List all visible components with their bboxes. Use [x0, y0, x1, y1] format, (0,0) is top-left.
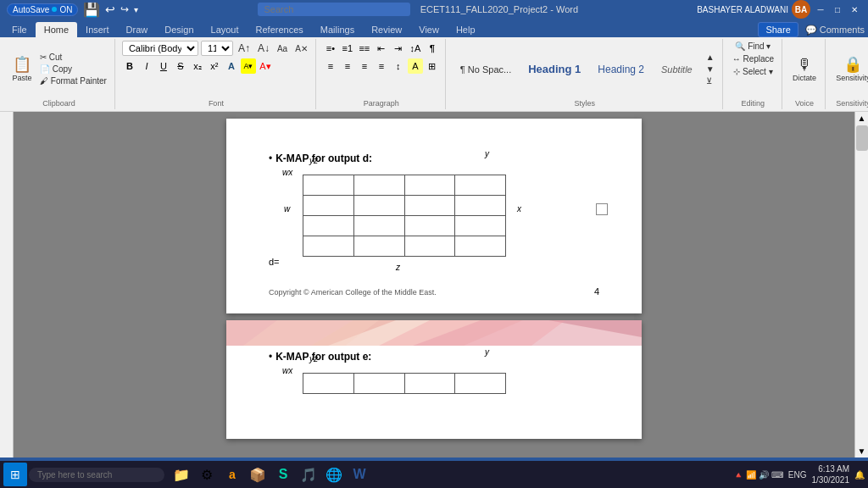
styles-scroll-down[interactable]: ▼: [704, 64, 717, 75]
autosave-state: ON: [59, 5, 72, 14]
underline-button[interactable]: U: [156, 58, 171, 74]
tab-home[interactable]: Home: [36, 22, 77, 37]
multilevel-list-button[interactable]: ≡≡: [357, 41, 372, 56]
sensitivity-button[interactable]: 🔒 Sensitivity: [832, 54, 868, 85]
decrease-indent-button[interactable]: ⇤: [374, 41, 389, 56]
close-button[interactable]: ✕: [848, 3, 861, 16]
clear-format-button[interactable]: A✕: [292, 43, 310, 54]
styles-scroll-up[interactable]: ▲: [704, 52, 717, 63]
maximize-button[interactable]: □: [831, 3, 844, 16]
taskbar-app-music[interactable]: 🎵: [297, 463, 320, 486]
dictate-button[interactable]: 🎙 Dictate: [789, 54, 820, 85]
kmap-cell: [404, 374, 455, 394]
kmap-cell: [455, 236, 506, 257]
sensitivity-icon: 🔒: [843, 56, 862, 75]
subscript-button[interactable]: x₂: [190, 58, 205, 74]
taskbar-app-s[interactable]: S: [271, 463, 295, 486]
user-avatar[interactable]: BA: [792, 0, 810, 19]
strikethrough-button[interactable]: S: [173, 58, 188, 74]
borders-button[interactable]: ⊞: [425, 58, 440, 74]
tab-insert[interactable]: Insert: [77, 22, 118, 37]
font-size-select[interactable]: 11: [201, 41, 233, 56]
voice-group: 🎙 Dictate Voice: [784, 39, 826, 109]
tab-layout[interactable]: Layout: [203, 22, 248, 37]
align-right-button[interactable]: ≡: [357, 58, 372, 74]
search-input[interactable]: [258, 3, 410, 16]
save-icon[interactable]: 💾: [83, 2, 100, 18]
kmap-cell: [303, 216, 354, 236]
superscript-button[interactable]: x²: [207, 58, 222, 74]
style-normal[interactable]: ¶ No Spac...: [453, 62, 519, 77]
taskbar-search[interactable]: [29, 468, 164, 482]
taskbar-app-browser[interactable]: 🌐: [322, 463, 346, 486]
comments-button[interactable]: 💬 Comments: [805, 25, 865, 36]
label-x: x: [517, 204, 521, 214]
style-heading2[interactable]: Heading 2: [590, 61, 652, 78]
italic-button[interactable]: I: [139, 58, 154, 74]
font-name-select[interactable]: Calibri (Body): [122, 41, 198, 56]
scroll-thumb[interactable]: [856, 125, 868, 151]
label-e-wx: wx: [282, 366, 292, 375]
font-color-button[interactable]: A▾: [258, 58, 273, 74]
minimize-button[interactable]: ─: [814, 3, 827, 16]
find-button[interactable]: 🔍 Find ▾: [732, 41, 773, 52]
table-row: [303, 196, 506, 216]
ribbon-right: Share 💬 Comments: [758, 22, 865, 37]
tab-help[interactable]: Help: [448, 22, 484, 37]
kmap-cell: [303, 196, 354, 216]
tab-review[interactable]: Review: [363, 22, 410, 37]
taskbar-app-amazon[interactable]: a: [220, 463, 244, 486]
start-button[interactable]: ⊞: [3, 463, 27, 486]
numbering-button[interactable]: ≡1: [340, 41, 355, 56]
change-case-button[interactable]: Aa: [275, 43, 290, 54]
autosave-badge[interactable]: AutoSave ON: [7, 3, 78, 16]
tab-file[interactable]: File: [3, 22, 36, 37]
line-spacing-button[interactable]: ↕: [391, 58, 406, 74]
taskbar-app-explorer[interactable]: 📁: [170, 463, 193, 486]
taskbar-app-word[interactable]: W: [348, 463, 371, 486]
kmap-d-container: yz wx y x w z: [303, 175, 599, 259]
select-button[interactable]: ⊹ Select ▾: [731, 66, 775, 77]
scroll-up-arrow[interactable]: ▲: [855, 112, 868, 125]
tab-references[interactable]: References: [248, 22, 312, 37]
bullets-button[interactable]: ≡•: [323, 41, 338, 56]
decrease-font-button[interactable]: A↓: [255, 42, 272, 55]
increase-font-button[interactable]: A↑: [236, 42, 253, 55]
copy-button[interactable]: 📄 Copy: [37, 64, 109, 75]
justify-button[interactable]: ≡: [374, 58, 389, 74]
increase-indent-button[interactable]: ⇥: [391, 41, 406, 56]
tab-view[interactable]: View: [410, 22, 448, 37]
format-painter-button[interactable]: 🖌 Format Painter: [37, 75, 109, 86]
notifications-icon[interactable]: 🔔: [854, 470, 865, 480]
show-paragraph-button[interactable]: ¶: [425, 41, 440, 56]
style-subtitle[interactable]: Subtitle: [654, 62, 700, 77]
taskbar-app-settings[interactable]: ⚙: [195, 463, 219, 486]
style-heading1[interactable]: Heading 1: [520, 60, 588, 78]
cut-button[interactable]: ✂ Cut: [37, 52, 109, 63]
taskbar-app-dropbox[interactable]: 📦: [246, 463, 270, 486]
align-left-button[interactable]: ≡: [323, 58, 338, 74]
styles-expand[interactable]: ⊻: [704, 75, 717, 86]
sort-button[interactable]: ↕A: [408, 41, 423, 56]
taskbar-language: ENG: [788, 470, 807, 480]
tab-design[interactable]: Design: [156, 22, 202, 37]
styles-content: ¶ No Spac... Heading 1 Heading 2 Subtitl…: [453, 41, 717, 97]
align-center-button[interactable]: ≡: [340, 58, 355, 74]
scroll-down-arrow[interactable]: ▼: [855, 445, 868, 458]
share-button[interactable]: Share: [758, 22, 798, 37]
font-group: Calibri (Body) 11 A↑ A↓ Aa A✕ B I U S x₂…: [117, 39, 316, 109]
undo-icon[interactable]: ↩: [105, 3, 115, 16]
tab-draw[interactable]: Draw: [118, 22, 157, 37]
shading-button[interactable]: A: [408, 58, 423, 74]
paste-button[interactable]: 📋 Paste: [8, 54, 36, 85]
scrollbar-right[interactable]: ▲ ▼: [854, 112, 868, 458]
text-highlight-button[interactable]: A▾: [241, 58, 256, 74]
clipboard-label: Clipboard: [42, 97, 75, 108]
table-row: [303, 216, 506, 236]
page-5: • K-MAP for output e: yz wx y: [226, 320, 642, 439]
text-effects-button[interactable]: A: [224, 58, 239, 74]
tab-mailings[interactable]: Mailings: [312, 22, 363, 37]
replace-button[interactable]: ↔ Replace: [730, 53, 776, 64]
redo-icon[interactable]: ↪: [120, 3, 129, 15]
bold-button[interactable]: B: [122, 58, 137, 74]
